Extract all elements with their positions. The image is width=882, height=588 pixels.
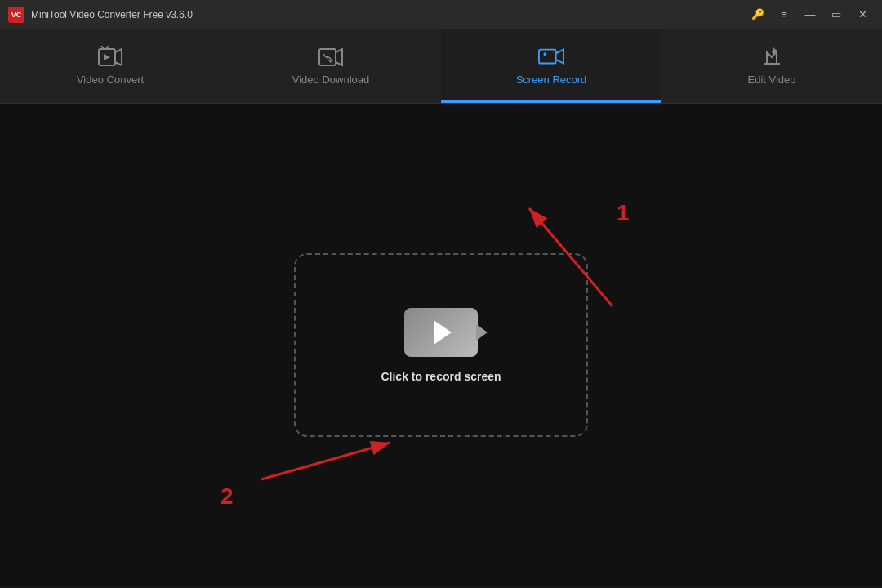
record-label: Click to record screen — [381, 370, 501, 383]
close-button[interactable]: ✕ — [851, 5, 874, 24]
video-convert-icon — [97, 46, 123, 69]
record-icon — [404, 308, 478, 357]
annotation-number-1: 1 — [617, 200, 630, 226]
record-card-icon-area — [404, 308, 478, 357]
annotation-number-2: 2 — [220, 483, 234, 510]
svg-point-4 — [544, 52, 547, 56]
tab-video-convert[interactable]: Video Convert — [0, 29, 220, 103]
svg-rect-3 — [539, 50, 556, 64]
record-card[interactable]: Click to record screen — [294, 253, 588, 437]
titlebar-title: MiniTool Video Converter Free v3.6.0 — [31, 9, 193, 20]
key-button[interactable]: 🔑 — [746, 5, 769, 24]
tab-screen-record[interactable]: Screen Record — [441, 29, 662, 103]
tab-video-download-label: Video Download — [292, 74, 369, 86]
tab-video-download[interactable]: Video Download — [220, 29, 441, 103]
restore-button[interactable]: ▭ — [825, 5, 848, 24]
titlebar-controls: 🔑 ≡ — ▭ ✕ — [746, 5, 874, 24]
play-triangle — [434, 320, 452, 345]
main-content: Click to record screen 1 2 — [0, 104, 882, 586]
tab-edit-video-label: Edit Video — [747, 74, 795, 86]
tab-video-convert-label: Video Convert — [77, 74, 144, 86]
edit-video-icon — [759, 46, 785, 69]
navbar: Video Convert Video Download Screen Reco… — [0, 29, 882, 104]
tab-screen-record-label: Screen Record — [516, 74, 587, 86]
titlebar-left: VC MiniTool Video Converter Free v3.6.0 — [8, 7, 193, 23]
menu-button[interactable]: ≡ — [773, 5, 795, 24]
camera-notch — [476, 324, 488, 341]
video-download-icon — [318, 46, 344, 69]
minimize-button[interactable]: — — [799, 5, 822, 24]
titlebar: VC MiniTool Video Converter Free v3.6.0 … — [0, 0, 882, 29]
tab-edit-video[interactable]: Edit Video — [662, 29, 882, 103]
screen-record-icon — [538, 46, 564, 69]
app-logo: VC — [8, 7, 24, 23]
svg-line-9 — [261, 443, 390, 479]
